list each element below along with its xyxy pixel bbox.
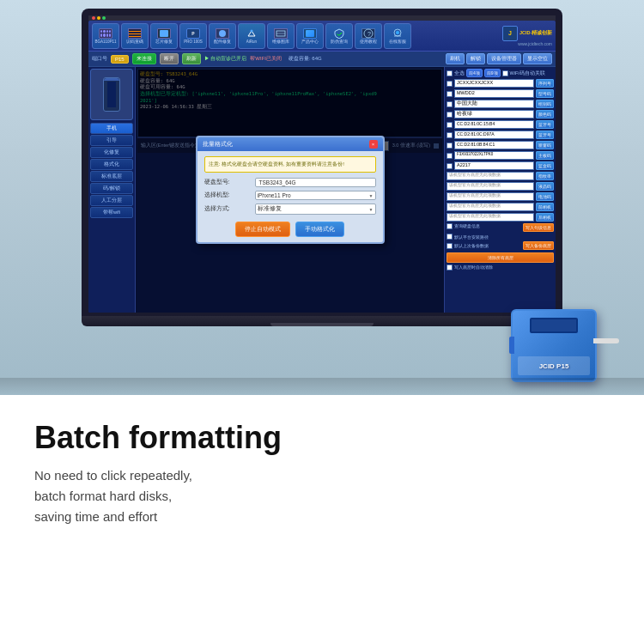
toolbar-repair-icon[interactable]: 芯片修复	[150, 23, 178, 49]
cb-board[interactable]	[447, 153, 453, 159]
cb-region[interactable]	[447, 101, 453, 107]
toolbar-label-5: 配件修复	[214, 39, 231, 44]
feature-description: No need to click repeatedly, batch forma…	[34, 465, 326, 527]
label-board: 主板码	[536, 151, 554, 160]
input-spray[interactable]: CC:D2:81:0B:84:C1	[454, 141, 534, 149]
refresh-btn[interactable]: 刷新	[182, 53, 201, 64]
secondary-toolbar: 端口号 P15 来连接 断开 刷新 ▶ 自动宣诊已开启 帮WIFI已关闭 硬盘容…	[88, 52, 556, 67]
cb-default-path[interactable]	[447, 234, 453, 240]
cb-default-backup[interactable]	[447, 243, 453, 249]
tab-flash-btn[interactable]: 刷机	[446, 53, 465, 64]
default-path-row: 默认平台安装路径	[447, 234, 554, 240]
auto-clear-row: 写入底层时自动清除	[447, 264, 554, 270]
write-sentence-btn[interactable]: 写入句设信息	[523, 223, 554, 232]
cb-jcxx[interactable]	[447, 81, 453, 87]
dialog-close-btn[interactable]: ×	[369, 140, 378, 149]
manual-format-btn[interactable]: 手动格式化	[295, 222, 344, 237]
dialog-warning: 注意: 格式化硬盘会请空硬盘资料, 如有重要资料请注意备份!	[204, 156, 376, 173]
format-dialog: 批量格式化 × 注意: 格式化硬盘会请空硬盘资料, 如有重要资料请注意备份! 硬…	[196, 136, 385, 244]
id-row-a2217: A2217 监盒码	[447, 161, 554, 170]
sidebar-item-format[interactable]: 化修复	[90, 147, 133, 158]
label-bt1: 蓝牙号	[536, 120, 554, 129]
id-row-spray: CC:D2:81:0B:84:C1 喷窗码	[447, 141, 554, 149]
label-front-cam: 前相机	[536, 203, 554, 211]
disconnect-btn[interactable]: 断开	[160, 53, 179, 64]
toolbar-label-6: 维修图库	[272, 39, 289, 44]
cb-spray[interactable]	[447, 143, 453, 149]
id-row-mwdd2: MWDD2 型号码	[447, 89, 554, 98]
sidebar-item-guide[interactable]: 引导	[90, 135, 133, 146]
label-battery: 电池码	[536, 192, 554, 201]
input-bt2[interactable]: CC:D2:81:0C:D97A	[454, 131, 534, 139]
clear-all-btn[interactable]: 清除所有底层	[447, 252, 554, 263]
sidebar-item-repair[interactable]: 手机	[90, 123, 133, 134]
toolbar-scan-icon[interactable]: 识码查碼	[121, 23, 149, 49]
dot-yellow	[97, 16, 100, 20]
format-mode-row: 选择方式: 标准修复 ▼	[204, 204, 376, 215]
toolbar-support-icon[interactable]: 在线客服	[384, 23, 411, 49]
wifi-auto-cb[interactable]	[502, 70, 508, 76]
toolbar-diagram-icon[interactable]: 维修图库	[267, 23, 295, 49]
cb-mwdd2[interactable]	[447, 91, 453, 97]
toolbar-tutorial-icon[interactable]: ? 使用教程	[355, 23, 382, 49]
toolbar-label-airun: AiRun	[246, 39, 257, 44]
port-value-btn[interactable]: P15	[111, 55, 129, 64]
stop-auto-btn[interactable]: 停止自动模式	[235, 222, 290, 237]
cb-bt1[interactable]	[447, 122, 453, 128]
write-backup-btn[interactable]: 写入备份底层	[523, 241, 554, 250]
sidebar-item-format2[interactable]: 格式化	[90, 159, 133, 170]
sidebar-item-decode[interactable]: 码/解锁	[90, 183, 133, 194]
device-type-select[interactable]: iPhxne11 Pro ▼	[255, 191, 376, 200]
cb-bt2[interactable]	[447, 132, 453, 138]
official-row-1: 该机型官方底层无此项数据 指纹串	[447, 172, 554, 180]
toolbar-bga-icon[interactable]: BGA110P11	[92, 23, 119, 49]
scan-status: ▶ 自动宣诊已开启	[204, 55, 247, 63]
label-extra: 后相机	[536, 213, 554, 222]
dialog-overlay: 批量格式化 × 注意: 格式化硬盘会请空硬盘资料, 如有重要资料请注意备份! 硬…	[136, 67, 444, 313]
input-board[interactable]: F3X9337022XLTPK0	[454, 151, 534, 160]
cb-color[interactable]	[447, 112, 453, 118]
prev4-btn[interactable]: 前4项	[466, 69, 483, 77]
id-row-board: F3X9337022XLTPK0 主板码	[447, 151, 554, 160]
label-color: 颜色码	[536, 110, 554, 118]
label-lcd: 液晶码	[536, 182, 554, 191]
connect-btn[interactable]: 来连接	[132, 53, 156, 64]
format-mode-select[interactable]: 标准修复 ▼	[255, 204, 376, 215]
input-color[interactable]: 哈夜绿	[454, 110, 534, 118]
toolbar-verify-icon[interactable]: 防伪查询	[325, 23, 353, 49]
toolbar-label-1: BGA110P11	[94, 39, 116, 44]
sidebar-item-manual[interactable]: 人工分层	[90, 195, 133, 206]
input-bt1[interactable]: CC:D2:81:0C:15:B4	[454, 120, 534, 129]
section-shadow	[0, 378, 644, 395]
port-label: 端口号	[92, 55, 107, 63]
toolbar-product-icon[interactable]: 产品中心	[296, 23, 324, 49]
input-region[interactable]: 中国大陆	[454, 100, 534, 108]
cb-query-disk[interactable]	[447, 223, 453, 229]
device-slot	[530, 318, 578, 333]
toolbar-pro-icon[interactable]: P PRO 100S	[179, 23, 207, 49]
toolbar-parts-icon[interactable]: 配件修复	[209, 23, 236, 49]
show-slots-btn[interactable]: 显示空位	[523, 53, 552, 64]
cb-auto-clear[interactable]	[447, 264, 453, 270]
cb-a2217[interactable]	[447, 163, 453, 169]
laptop: BGA110P11 识码查碼	[82, 9, 562, 326]
input-mwdd2[interactable]: MWDD2	[454, 89, 534, 98]
tab-unlock-btn[interactable]: 解锁	[466, 53, 485, 64]
laptop-base	[82, 316, 562, 326]
sidebar-item-wifi[interactable]: 带帮wifi	[90, 207, 133, 218]
input-jcxx[interactable]: JCXXJCXXJCXX	[454, 79, 534, 88]
software-ui: BGA110P11 识码查碼	[88, 21, 556, 313]
input-a2217[interactable]: A2217	[454, 161, 534, 170]
toolbar-airun-icon[interactable]: AiRun	[238, 23, 265, 49]
label-monitor: 监盒码	[536, 161, 554, 170]
disk-model-label: 硬盘型号:	[204, 179, 252, 186]
capacity-label: 硬盘容量: 64G	[289, 55, 322, 63]
sidebar-item-standard[interactable]: 标准底层	[90, 171, 133, 182]
prev9-btn[interactable]: 前9项	[484, 69, 501, 77]
action-btns: 查询硬盘信息 写入句设信息 默认平台安装路径 默认上次备份数据	[447, 223, 554, 250]
select-all-cb[interactable]	[447, 70, 453, 76]
screen-content: BGA110P11 识码查碼	[88, 21, 556, 313]
dot-red	[92, 16, 95, 20]
device-mgr-btn[interactable]: 设备管理器	[487, 53, 521, 64]
official-input-3: 该机型官方底层无此项数据	[447, 192, 534, 201]
